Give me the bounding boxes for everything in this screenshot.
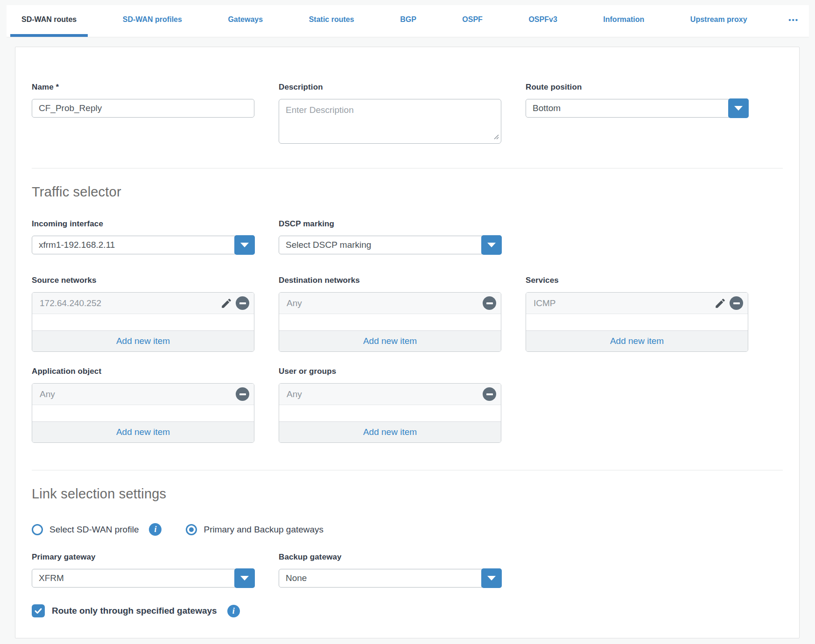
tab-sdwan-profiles[interactable]: SD-WAN profiles [112, 5, 193, 37]
services-listbox: ICMP Add new item [526, 292, 748, 352]
tab-sdwan-routes[interactable]: SD-WAN routes [10, 5, 88, 37]
source-networks-add-button[interactable]: Add new item [32, 330, 254, 351]
interface-row: Incoming interface xfrm1-192.168.2.11 DS… [32, 219, 783, 254]
radio-selected-icon [186, 524, 197, 535]
info-icon[interactable]: i [227, 605, 240, 617]
description-label: Description [279, 83, 501, 92]
list-empty-area [279, 314, 501, 330]
application-object-listbox: Any Add new item [32, 383, 254, 443]
list-empty-area [32, 405, 254, 421]
name-field-group: Name * [32, 83, 254, 146]
primary-gateway-dropdown-button[interactable] [234, 568, 255, 588]
destination-networks-listbox: Any Add new item [279, 292, 501, 352]
chevron-down-icon [487, 576, 496, 581]
remove-item-button[interactable] [236, 296, 249, 310]
pencil-icon [714, 297, 726, 309]
incoming-interface-field-group: Incoming interface xfrm1-192.168.2.11 [32, 219, 254, 254]
radio-label: Primary and Backup gateways [204, 525, 323, 535]
tab-gateways[interactable]: Gateways [217, 5, 274, 37]
tab-bgp[interactable]: BGP [389, 5, 428, 37]
services-add-button[interactable]: Add new item [526, 330, 748, 351]
description-textarea[interactable] [279, 99, 501, 144]
backup-gateway-value: None [286, 573, 307, 583]
application-object-label: Application object [32, 367, 254, 376]
primary-gateway-dropdown[interactable]: XFRM [32, 569, 254, 588]
user-or-groups-label: User or groups [279, 367, 501, 376]
dscp-field-group: DSCP marking Select DSCP marking [279, 219, 501, 254]
link-selection-heading: Link selection settings [32, 486, 783, 502]
chevron-down-icon [734, 106, 743, 111]
destination-networks-add-button[interactable]: Add new item [279, 330, 501, 351]
traffic-selector-heading: Traffic selector [32, 184, 783, 200]
resize-grip-icon[interactable] [492, 133, 499, 141]
remove-item-button[interactable] [236, 387, 249, 401]
route-position-field-group: Route position Bottom [526, 83, 748, 146]
pencil-icon [220, 297, 232, 309]
radio-unselected-icon [32, 524, 43, 535]
route-position-dropdown[interactable]: Bottom [526, 99, 748, 118]
list-item: Any [32, 384, 254, 405]
user-or-groups-add-button[interactable]: Add new item [279, 421, 501, 442]
tab-ospf[interactable]: OSPF [451, 5, 494, 37]
incoming-interface-value: xfrm1-192.168.2.11 [39, 240, 115, 250]
route-only-checkbox-label: Route only through specified gateways [52, 606, 217, 616]
incoming-interface-dropdown-button[interactable] [234, 235, 255, 255]
remove-item-button[interactable] [483, 387, 496, 401]
more-tabs-icon[interactable]: ••• [782, 5, 805, 37]
edit-item-button[interactable] [220, 297, 232, 309]
general-row: Name * Description Route position Bottom [32, 83, 783, 146]
backup-gateway-dropdown[interactable]: None [279, 569, 501, 588]
list-item-value: Any [40, 389, 55, 399]
minus-circle-icon [730, 296, 743, 310]
dscp-label: DSCP marking [279, 219, 501, 229]
destination-networks-label: Destination networks [279, 276, 501, 285]
route-only-checkbox-row: Route only through specified gateways i [32, 604, 783, 617]
route-form-card: Name * Description Route position Bottom [15, 47, 800, 638]
minus-circle-icon [236, 387, 249, 401]
user-or-groups-listbox: Any Add new item [279, 383, 501, 443]
remove-item-button[interactable] [730, 296, 743, 310]
dscp-dropdown-button[interactable] [481, 235, 502, 255]
source-networks-group: Source networks 172.64.240.252 [32, 276, 254, 352]
radio-select-sdwan-profile[interactable]: Select SD-WAN profile i [32, 523, 162, 536]
backup-gateway-label: Backup gateway [279, 553, 501, 562]
remove-item-button[interactable] [483, 296, 496, 310]
backup-gateway-field-group: Backup gateway None [279, 553, 501, 588]
dscp-dropdown[interactable]: Select DSCP marking [279, 236, 501, 254]
chevron-down-icon [487, 243, 496, 247]
primary-gateway-label: Primary gateway [32, 553, 254, 562]
edit-item-button[interactable] [714, 297, 726, 309]
route-position-dropdown-button[interactable] [728, 98, 749, 118]
route-only-checkbox[interactable] [32, 604, 45, 617]
tab-static-routes[interactable]: Static routes [298, 5, 365, 37]
list-empty-area [32, 314, 254, 330]
source-networks-listbox: 172.64.240.252 Add new item [32, 292, 254, 352]
tab-ospfv3[interactable]: OSPFv3 [517, 5, 568, 37]
dscp-value: Select DSCP marking [286, 240, 371, 250]
list-item: 172.64.240.252 [32, 293, 254, 314]
tab-bar: SD-WAN routes SD-WAN profiles Gateways S… [7, 5, 809, 37]
primary-gateway-value: XFRM [39, 573, 64, 583]
user-or-groups-group: User or groups Any Add new item [279, 367, 501, 443]
application-object-group: Application object Any Add new item [32, 367, 254, 443]
minus-circle-icon [483, 296, 496, 310]
backup-gateway-dropdown-button[interactable] [481, 568, 502, 588]
radio-primary-backup-gateways[interactable]: Primary and Backup gateways [186, 524, 323, 535]
name-input[interactable] [32, 99, 254, 118]
list-empty-area [279, 405, 501, 421]
route-position-label: Route position [526, 83, 748, 92]
list-item: Any [279, 293, 501, 314]
tab-information[interactable]: Information [592, 5, 655, 37]
application-object-add-button[interactable]: Add new item [32, 421, 254, 442]
info-icon[interactable]: i [149, 523, 162, 536]
primary-gateway-field-group: Primary gateway XFRM [32, 553, 254, 588]
services-label: Services [526, 276, 748, 285]
checkmark-icon [34, 607, 42, 615]
incoming-interface-dropdown[interactable]: xfrm1-192.168.2.11 [32, 236, 254, 254]
name-label: Name * [32, 83, 254, 92]
incoming-interface-label: Incoming interface [32, 219, 254, 229]
chevron-down-icon [240, 576, 249, 581]
minus-circle-icon [236, 296, 249, 310]
list-item: ICMP [526, 293, 748, 314]
tab-upstream-proxy[interactable]: Upstream proxy [679, 5, 759, 37]
